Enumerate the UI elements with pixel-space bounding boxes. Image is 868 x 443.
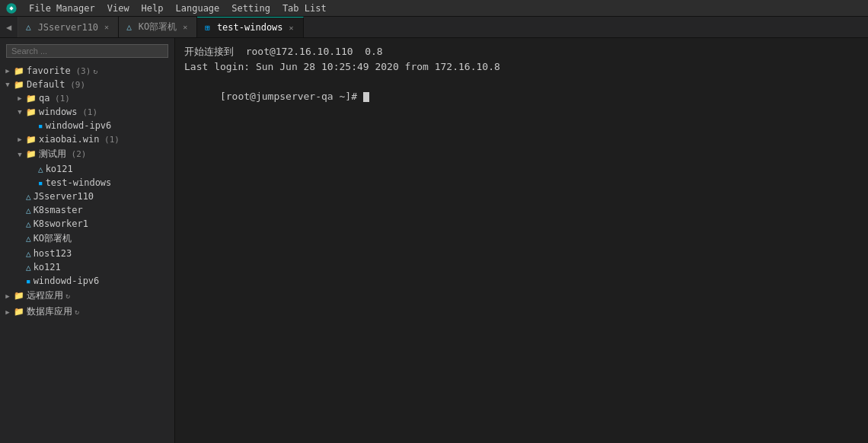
tab-close-button[interactable]: ✕ [181, 22, 189, 32]
folder-icon: 📁 [26, 107, 37, 117]
folder-count: (1) [99, 135, 120, 145]
group-label: Default [27, 79, 65, 90]
folder-icon: 📁 [14, 80, 24, 90]
spacer [15, 235, 24, 243]
tab-label: JSserver110 [38, 22, 98, 33]
folder-icon: 📁 [14, 291, 24, 301]
asset-label: windowd-ipv6 [34, 276, 100, 286]
folder-count: (1) [49, 94, 70, 104]
tree-asset-test-windows[interactable]: ▪ test-windows [0, 176, 174, 190]
tab-test-windows[interactable]: ⊞ test-windows ✕ [197, 17, 303, 37]
asset-label: windowd-ipv6 [46, 120, 112, 131]
asset-label: K8sworker1 [34, 218, 88, 229]
refresh-icon[interactable]: ↻ [75, 308, 79, 316]
linux-icon: △ [26, 234, 31, 244]
asset-label: K8smaster [34, 205, 83, 215]
asset-label: JSserver110 [34, 191, 94, 202]
tree-asset-k8sworker1[interactable]: △ K8sworker1 [0, 217, 174, 231]
spacer [15, 250, 24, 257]
spacer [15, 220, 24, 228]
linux-icon: △ [26, 206, 31, 215]
arrow-icon: ▶ [3, 308, 12, 316]
menu-help[interactable]: Help [136, 2, 170, 15]
arrow-icon: ▶ [15, 135, 24, 143]
tab-label: KO部署机 [139, 21, 177, 33]
windows-icon: ⊞ [205, 23, 210, 33]
folder-label: qa [39, 93, 49, 104]
terminal-area[interactable]: 开始连接到 root@172.16.10.110 0.8 Last login:… [175, 38, 868, 443]
asset-label: ko121 [46, 164, 73, 174]
asset-label: KO部署机 [34, 232, 72, 245]
tree-asset-windowd-ipv6[interactable]: ▪ windowd-ipv6 [0, 274, 174, 288]
folder-icon: 📁 [26, 135, 37, 145]
terminal-line-2: Last login: Sun Jun 28 10:25:49 2020 fro… [184, 59, 859, 75]
menu-file-manager[interactable]: File Manager [23, 2, 101, 15]
menu-view[interactable]: View [101, 2, 136, 15]
app-logo [3, 0, 20, 17]
tree-asset-host123[interactable]: △ host123 [0, 247, 174, 260]
folder-count: (1) [78, 107, 98, 117]
terminal-line-1: 开始连接到 root@172.16.10.110 0.8 [184, 44, 859, 59]
folder-icon: 📁 [14, 307, 24, 317]
menu-setting[interactable]: Setting [225, 2, 276, 15]
sidebar-collapse-button[interactable]: ◀ [0, 17, 18, 37]
arrow-icon: ▶ [3, 292, 12, 300]
tree-asset-windowd-ipv6-windows[interactable]: ▪ windowd-ipv6 [0, 119, 174, 132]
menu-tab-list[interactable]: Tab List [276, 2, 333, 15]
tree-group-default[interactable]: ▼ 📁 Default (9) [0, 78, 174, 91]
terminal-cursor [363, 92, 369, 102]
folder-label: 测试用 [39, 148, 66, 161]
asset-label: ko121 [34, 262, 61, 272]
sidebar: ▶ 📁 favorite (3) ↻ ▼ 📁 Default (9) ▶ 📁 q… [0, 38, 175, 443]
folder-label: windows [39, 107, 78, 117]
search-input[interactable] [6, 44, 168, 58]
folder-count: (2) [66, 149, 87, 159]
tab-close-button[interactable]: ✕ [288, 23, 295, 33]
refresh-icon[interactable]: ↻ [65, 292, 70, 300]
tree-asset-jsserver110[interactable]: △ JSserver110 [0, 190, 174, 203]
tab-jsserver110[interactable]: △ JSserver110 ✕ [18, 17, 119, 37]
linux-icon: △ [26, 22, 31, 32]
tree-folder-xiaobai[interactable]: ▶ 📁 xiaobai.win (1) [0, 132, 174, 146]
linux-icon: △ [26, 249, 31, 259]
spacer [15, 206, 24, 214]
folder-icon: 📁 [26, 149, 37, 159]
group-label: 数据库应用 [27, 305, 72, 318]
folder-icon: 📁 [14, 66, 24, 76]
tree-group-db-app[interactable]: ▶ 📁 数据库应用 ↻ [0, 304, 174, 320]
tab-bar: ◀ △ JSserver110 ✕ △ KO部署机 ✕ ⊞ test-windo… [0, 17, 868, 38]
group-label: favorite [27, 65, 71, 76]
tree-group-remote-app[interactable]: ▶ 📁 远程应用 ↻ [0, 288, 174, 304]
tree-asset-ko121-test[interactable]: △ ko121 [0, 162, 174, 176]
linux-icon: △ [38, 164, 43, 174]
spacer [27, 179, 37, 186]
tab-ko-deploy[interactable]: △ KO部署机 ✕ [119, 17, 197, 37]
tree-folder-qa[interactable]: ▶ 📁 qa (1) [0, 91, 174, 105]
search-box [0, 41, 174, 61]
tree-group-favorite[interactable]: ▶ 📁 favorite (3) ↻ [0, 64, 174, 78]
windows-icon: ▪ [26, 276, 31, 286]
asset-label: test-windows [46, 177, 112, 188]
linux-icon: △ [126, 22, 132, 32]
arrow-icon: ▼ [15, 151, 24, 158]
folder-icon: 📁 [26, 94, 37, 104]
linux-icon: △ [26, 219, 31, 229]
linux-icon: △ [26, 192, 31, 202]
tab-label: test-windows [217, 22, 283, 33]
arrow-icon: ▶ [15, 94, 24, 102]
spacer [27, 122, 37, 129]
tree-asset-ko121[interactable]: △ ko121 [0, 260, 174, 274]
menu-bar: File Manager View Help Language Setting … [0, 0, 868, 17]
spacer [15, 193, 24, 200]
tree-folder-testuse[interactable]: ▼ 📁 测试用 (2) [0, 146, 174, 162]
refresh-icon[interactable]: ↻ [93, 67, 97, 75]
tree-asset-ko-deploy[interactable]: △ KO部署机 [0, 231, 174, 247]
group-count: (9) [65, 80, 86, 90]
linux-icon: △ [26, 263, 31, 272]
menu-language[interactable]: Language [170, 2, 226, 15]
tree-asset-k8smaster[interactable]: △ K8smaster [0, 203, 174, 217]
spacer [15, 263, 24, 271]
spacer [15, 277, 24, 285]
tab-close-button[interactable]: ✕ [103, 22, 110, 32]
tree-folder-windows[interactable]: ▼ 📁 windows (1) [0, 105, 174, 119]
